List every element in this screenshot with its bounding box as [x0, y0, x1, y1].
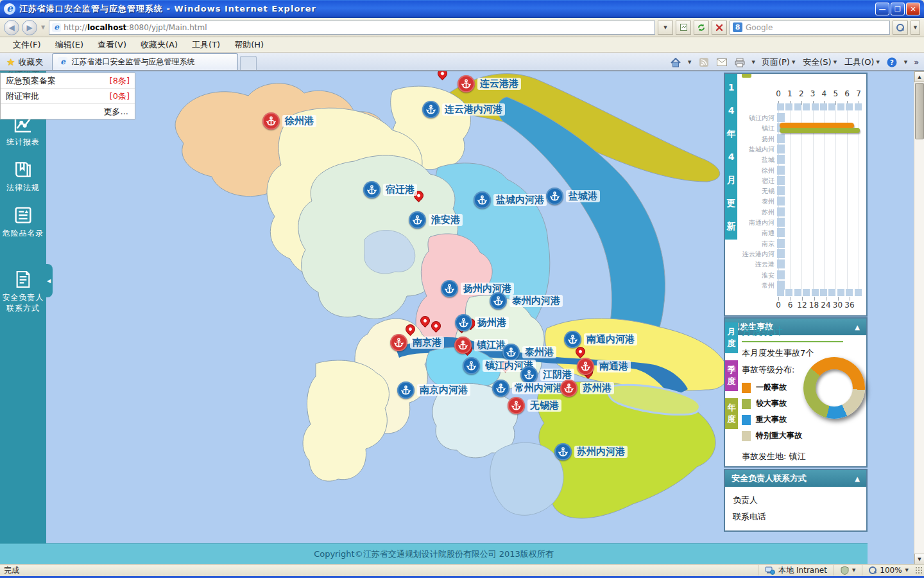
forward-button[interactable]: ▶: [22, 20, 37, 35]
menu-item-0[interactable]: 文件(F): [6, 38, 47, 52]
port-marker-南通港[interactable]: 南通港: [577, 358, 631, 375]
search-options-button[interactable]: ▼: [911, 21, 920, 35]
category-label: 南京: [725, 240, 774, 249]
menu-item-4[interactable]: 工具(T): [185, 38, 227, 52]
update-strip-char: 4: [725, 145, 737, 168]
port-label: 扬州港: [475, 317, 509, 329]
browser-tab[interactable]: e 江苏省港口安全监管与应急管理系统: [52, 53, 238, 70]
url-field[interactable]: e http://localhost:8080/yjpt/Main.html: [49, 21, 655, 35]
mail-button[interactable]: [716, 57, 728, 67]
quick-panel-row-0[interactable]: 应急预案备案[8条]: [1, 73, 135, 89]
port-marker-泰州内河港[interactable]: 泰州内河港: [490, 292, 563, 310]
port-marker-徐州港[interactable]: 徐州港: [262, 112, 316, 130]
close-button[interactable]: ✕: [906, 3, 920, 15]
scroll-down-icon[interactable]: ▼: [914, 554, 924, 564]
zoom-dropdown-icon[interactable]: ▼: [905, 568, 909, 573]
port-marker-盐城内河港[interactable]: 盐城内河港: [474, 191, 547, 209]
stop-button[interactable]: [712, 21, 727, 35]
search-button[interactable]: [893, 21, 908, 35]
menu-item-5[interactable]: 帮助(H): [228, 38, 270, 52]
scroll-up-icon[interactable]: ▲: [914, 71, 924, 82]
contact-doc-icon: [12, 269, 34, 290]
law-book-icon: [12, 159, 34, 180]
menu-item-2[interactable]: 查看(V): [91, 38, 133, 52]
tab-char: 度: [725, 376, 738, 387]
print-button[interactable]: [734, 57, 746, 67]
port-marker-无锡港[interactable]: 无锡港: [508, 397, 561, 414]
print-dropdown-icon[interactable]: ▼: [752, 60, 755, 65]
command-button-1[interactable]: 安全(S)▼: [803, 57, 837, 68]
toolbar-overflow-icon[interactable]: »: [914, 58, 919, 67]
new-tab-stub[interactable]: [240, 56, 257, 70]
port-marker-镇江港[interactable]: 镇江港: [454, 337, 508, 354]
scrollbar-thumb[interactable]: [915, 83, 924, 139]
search-input[interactable]: 8 Google: [730, 21, 890, 35]
refresh-button[interactable]: [694, 21, 709, 35]
port-label: 连云港内河港: [442, 103, 505, 116]
favorites-label: 收藏夹: [18, 57, 43, 68]
port-marker-扬州港[interactable]: 扬州港: [455, 314, 509, 331]
category-block: [777, 176, 785, 185]
port-marker-宿迁港[interactable]: 宿迁港: [363, 181, 417, 198]
rss-button[interactable]: [698, 57, 710, 67]
help-button[interactable]: ?: [886, 57, 898, 67]
port-marker-南京港[interactable]: 南京港: [390, 334, 444, 351]
update-strip-char: 月: [725, 168, 737, 191]
back-button[interactable]: ◀: [4, 20, 19, 35]
resize-grip[interactable]: [915, 566, 923, 574]
map-pin-icon[interactable]: [436, 71, 449, 80]
port-marker-连云港港[interactable]: 连云港港: [458, 75, 521, 92]
favorites-button[interactable]: ★ 收藏夹: [0, 55, 49, 70]
minimize-button[interactable]: —: [875, 3, 889, 15]
menu-item-3[interactable]: 收藏夹(A): [134, 38, 184, 52]
port-label: 苏州内河港: [574, 446, 628, 458]
menu-item-1[interactable]: 编辑(E): [49, 38, 90, 52]
tab-0[interactable]: 月度: [725, 322, 738, 353]
command-button-0[interactable]: 页面(P)▼: [762, 57, 795, 68]
restore-button[interactable]: ❐: [891, 3, 905, 15]
tab-2[interactable]: 年度: [725, 398, 738, 429]
map-pin-icon[interactable]: [418, 314, 432, 328]
port-marker-淮安港[interactable]: 淮安港: [409, 211, 463, 229]
contact-panel-header[interactable]: 安全负责人联系方式 ▲: [725, 470, 866, 487]
home-dropdown-icon[interactable]: ▼: [688, 60, 691, 65]
port-marker-南通内河港[interactable]: 南通内河港: [564, 331, 637, 348]
contact-rows: 负责人联系电话: [725, 487, 866, 530]
sidebar-collapse-handle[interactable]: ◀: [45, 264, 53, 297]
protected-mode-button[interactable]: ▼: [834, 565, 862, 575]
more-link[interactable]: 更多...: [104, 106, 128, 118]
anchor-icon: [564, 331, 581, 348]
port-marker-南京内河港[interactable]: 南京内河港: [397, 381, 470, 399]
top-axis-tick: 1: [785, 89, 795, 98]
zoom-control[interactable]: 100% ▼: [862, 565, 915, 575]
category-block: [777, 239, 785, 248]
compatibility-view-button[interactable]: [676, 21, 691, 35]
url-dropdown-button[interactable]: ▼: [658, 21, 673, 35]
help-dropdown-icon[interactable]: ▼: [904, 60, 907, 65]
protected-dropdown-icon[interactable]: ▼: [852, 568, 855, 573]
quick-panel: 应急预案备案[8条]附证审批[0条]更多...: [0, 73, 135, 119]
map-pin-icon[interactable]: [429, 319, 443, 333]
port-marker-盐城港[interactable]: 盐城港: [546, 188, 600, 205]
chevron-down-icon: ▼: [792, 60, 795, 65]
collapse-up-icon[interactable]: ▲: [855, 475, 860, 482]
home-button[interactable]: [670, 57, 681, 67]
accident-tabs: 月度季度年度: [725, 322, 738, 436]
axis-block: [846, 103, 853, 110]
quick-panel-row-1[interactable]: 附证审批[0条]: [1, 89, 135, 104]
sidebar-item-contact[interactable]: 安全负责人 联系方式: [0, 269, 46, 314]
sidebar-item-2[interactable]: 危险品名录: [0, 205, 46, 239]
command-button-2[interactable]: 工具(O)▼: [844, 57, 880, 68]
port-marker-连云港内河港[interactable]: 连云港内河港: [422, 101, 505, 118]
page-scrollbar[interactable]: ▲ ▼: [914, 71, 924, 564]
axis-block: [785, 103, 792, 110]
history-dropdown-icon[interactable]: ▼: [41, 24, 45, 30]
axis-block: [794, 103, 801, 110]
port-marker-常州内河港[interactable]: 常州内河港: [492, 380, 565, 397]
port-label: 南京港: [410, 337, 444, 349]
port-marker-苏州港[interactable]: 苏州港: [560, 380, 614, 397]
port-marker-苏州内河港[interactable]: 苏州内河港: [554, 443, 628, 460]
anchor-icon: [474, 191, 491, 209]
tab-1[interactable]: 季度: [725, 360, 738, 391]
sidebar-item-1[interactable]: 法律法规: [0, 159, 46, 193]
